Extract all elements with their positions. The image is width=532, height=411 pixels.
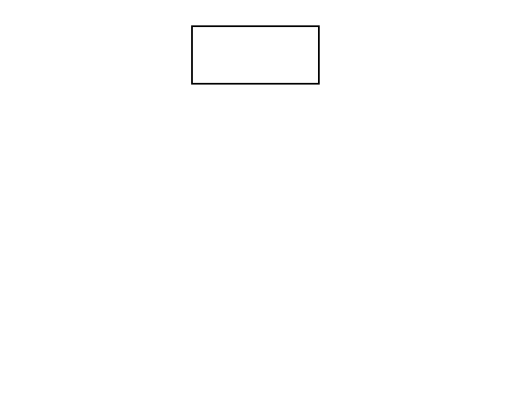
skewt-sounding-page	[0, 0, 532, 411]
legend	[191, 25, 320, 85]
